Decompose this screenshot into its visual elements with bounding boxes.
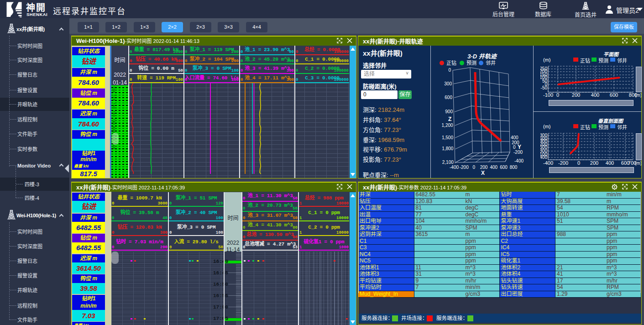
svg-text:邻井: 邻井 [486, 60, 496, 66]
svg-text:800: 800 [510, 165, 518, 170]
svg-text:600: 600 [445, 95, 452, 100]
svg-text:1,500: 1,500 [442, 135, 453, 140]
svg-text:-400: -400 [514, 158, 524, 163]
svg-text:400: 400 [511, 135, 518, 140]
svg-text:X: X [481, 170, 485, 176]
svg-text:(m): (m) [635, 93, 641, 98]
svg-text:2,100: 2,100 [442, 160, 454, 165]
svg-text:-50: -50 [541, 85, 548, 90]
svg-text:0: 0 [577, 160, 580, 166]
svg-text:-100: -100 [543, 92, 553, 98]
svg-text:-200: -200 [460, 165, 469, 170]
svg-text:-400: -400 [543, 160, 553, 166]
svg-text:Z: Z [448, 116, 451, 122]
svg-text:900: 900 [445, 109, 453, 114]
svg-text:400: 400 [490, 165, 497, 170]
svg-text:200: 200 [590, 160, 598, 166]
svg-text:-200: -200 [513, 150, 523, 155]
svg-text:0: 0 [448, 68, 451, 73]
svg-text:0: 0 [473, 165, 476, 170]
svg-text:400: 400 [606, 160, 614, 166]
svg-text:Y: Y [518, 144, 521, 150]
svg-text:0: 0 [556, 92, 559, 98]
svg-text:1,200: 1,200 [442, 123, 453, 128]
svg-text:200: 200 [572, 92, 580, 98]
svg-text:200: 200 [480, 165, 488, 170]
svg-text:400: 400 [540, 155, 547, 160]
svg-text:300: 300 [444, 81, 452, 86]
svg-text:预测: 预测 [466, 60, 476, 66]
svg-text:600: 600 [500, 165, 508, 170]
svg-text:-400: -400 [450, 165, 459, 170]
svg-text:-200: -200 [558, 160, 568, 166]
svg-text:0: 0 [513, 145, 516, 150]
svg-text:400: 400 [591, 92, 599, 98]
svg-text:(m): (m) [635, 161, 641, 166]
svg-text:正钻: 正钻 [446, 60, 456, 66]
svg-text:3-D 井轨迹: 3-D 井轨迹 [467, 53, 497, 60]
svg-text:1,800: 1,800 [442, 146, 453, 151]
svg-text:600: 600 [610, 92, 618, 98]
